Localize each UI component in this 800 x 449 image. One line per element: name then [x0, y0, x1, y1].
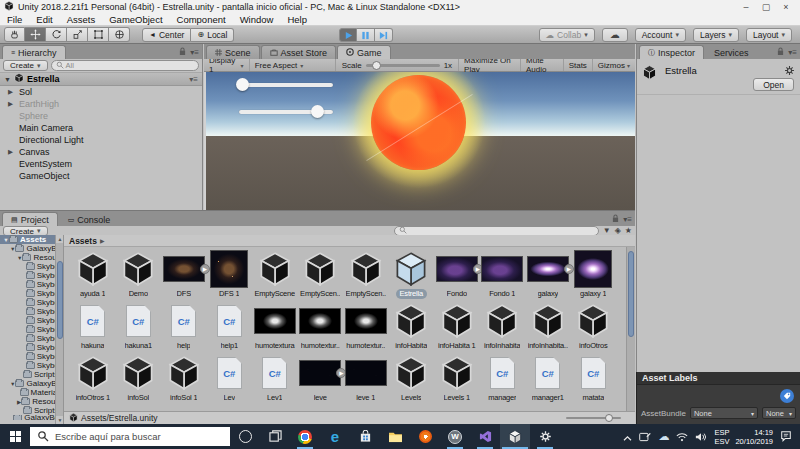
taskbar-app-visual-studio[interactable] [470, 424, 500, 449]
asset-tile-infoinhabita-[interactable]: infoInhabita.. [525, 301, 571, 353]
menu-edit[interactable]: Edit [29, 14, 59, 26]
pause-button[interactable] [357, 28, 375, 42]
transform-tool-button[interactable] [109, 27, 130, 42]
asset-tile-dfs[interactable]: ▶DFS [161, 249, 207, 301]
maximize-button[interactable]: ▢ [756, 0, 776, 14]
tray-chevron-up-icon[interactable] [623, 428, 632, 446]
game-slider-2[interactable] [239, 110, 333, 114]
tree-item-skybox[interactable]: Skybox [0, 271, 63, 280]
scale-tool-button[interactable] [67, 27, 88, 42]
clock-language-block[interactable]: ESP14:19 ESV20/10/2019 [714, 428, 773, 446]
hierarchy-item-sphere[interactable]: Sphere [0, 110, 202, 122]
menu-component[interactable]: Component [170, 14, 233, 26]
tree-item-galaxybox[interactable]: ▼GalaxyBox [0, 244, 63, 253]
asset-tile-demo[interactable]: Demo [116, 249, 162, 301]
tree-item-materials[interactable]: Materials [0, 388, 63, 397]
pivot-center-button[interactable]: ◄Center [142, 28, 191, 42]
asset-tile-humotextura[interactable]: humotextura [252, 301, 298, 353]
tree-item-skybox[interactable]: Skybox [0, 334, 63, 343]
asset-tile-infohabita-1[interactable]: infoHabita 1 [434, 301, 480, 353]
asset-tile-matata[interactable]: C#matata [571, 353, 617, 405]
taskbar-app-settings[interactable] [530, 424, 560, 449]
hierarchy-item-canvas[interactable]: ▶Canvas [0, 146, 202, 158]
asset-tile-humotextur-[interactable]: humotextur.. [343, 301, 389, 353]
asset-tile-emptyscen-[interactable]: EmptyScen.. [298, 249, 344, 301]
thumbnail-size-slider[interactable] [566, 417, 621, 419]
breadcrumb[interactable]: Assets▶ [64, 235, 635, 247]
asset-tile-infootros[interactable]: infoOtros [571, 301, 617, 353]
tablet-pen-icon[interactable] [639, 428, 651, 446]
tree-item-scripts[interactable]: Scripts [0, 406, 63, 415]
tree-item-assets[interactable]: ▼Assets [0, 235, 63, 244]
mute-audio-button[interactable]: Mute Audio [520, 59, 563, 71]
asset-tile-levels-1[interactable]: Levels 1 [434, 353, 480, 405]
asset-tile-infosol-1[interactable]: infoSol 1 [161, 353, 207, 405]
stats-button[interactable]: Stats [563, 59, 592, 71]
tree-item-skybox[interactable]: Skybox [0, 343, 63, 352]
taskbar-app-unity[interactable] [500, 424, 530, 449]
expand-arrow-icon[interactable]: ▶ [8, 148, 13, 156]
scene-menu-icon[interactable]: ▾≡ [189, 75, 198, 84]
taskbar-app-cortana[interactable] [230, 424, 260, 449]
menu-window[interactable]: Window [233, 14, 281, 26]
asset-tile-manager[interactable]: C#manager [480, 353, 526, 405]
asset-tile-emptyscen-[interactable]: EmptyScen.. [343, 249, 389, 301]
asset-tile-infosol[interactable]: infoSol [116, 353, 162, 405]
taskbar-app-file-explorer[interactable] [380, 424, 410, 449]
account-dropdown[interactable]: Account▾ [635, 28, 686, 42]
asset-tile-lev1[interactable]: C#Lev1 [252, 353, 298, 405]
hierarchy-item-eventsystem[interactable]: EventSystem [0, 158, 202, 170]
tree-item-skybox[interactable]: Skybox [0, 280, 63, 289]
slider-2-handle[interactable] [311, 105, 324, 118]
asset-tile-dfs-1[interactable]: DFS 1 [207, 249, 253, 301]
asset-tile-infohabita[interactable]: infoHabita [389, 301, 435, 353]
hierarchy-search-input[interactable]: All [51, 60, 199, 71]
asset-tile-help1[interactable]: C#help1 [207, 301, 253, 353]
expand-arrow-icon[interactable]: ▶ [8, 88, 13, 96]
scroll-down-icon[interactable]: ▼ [56, 416, 64, 424]
asset-tile-estrella[interactable]: Estrella [389, 249, 435, 301]
maximize-on-play-button[interactable]: Maximize On Play [458, 59, 520, 71]
hierarchy-item-earthhigh[interactable]: ▶EarthHigh [0, 98, 202, 110]
hierarchy-item-sol[interactable]: ▶Sol [0, 86, 202, 98]
asset-tile-lev[interactable]: C#Lev [207, 353, 253, 405]
menu-assets[interactable]: Assets [60, 14, 103, 26]
step-button[interactable] [375, 28, 393, 42]
tab-game[interactable]: Game [337, 45, 391, 59]
asset-tile-infoinhabita[interactable]: infoInhabita [480, 301, 526, 353]
tab-project[interactable]: ▤Project [2, 212, 58, 226]
tab-services[interactable]: Services [705, 45, 758, 59]
pivot-local-button[interactable]: ⊕Local [191, 28, 234, 42]
asset-tile-hakuna1[interactable]: C#hakuna1 [116, 301, 162, 353]
rect-tool-button[interactable] [88, 27, 109, 42]
taskbar-app-task-view[interactable] [260, 424, 290, 449]
taskbar-app-w-app[interactable]: W [440, 424, 470, 449]
scene-header-estrella[interactable]: ▼ Estrella ▾≡ [0, 73, 202, 86]
asset-tile-galaxy[interactable]: ▶galaxy [525, 249, 571, 301]
label-tag-icon[interactable] [780, 389, 794, 403]
lock-icon[interactable] [777, 47, 784, 58]
scroll-up-icon[interactable]: ▲ [56, 235, 64, 243]
asset-tile-ayuda-1[interactable]: ayuda 1 [70, 249, 116, 301]
tree-item-resources[interactable]: ▶Resources [0, 397, 63, 406]
tree-item-skybox[interactable]: Skybox [0, 262, 63, 271]
play-button[interactable] [339, 28, 357, 42]
display-dropdown[interactable]: Display 1▾ [204, 59, 250, 71]
layers-dropdown[interactable]: Layers▾ [693, 28, 739, 42]
hierarchy-item-directional-light[interactable]: Directional Light [0, 134, 202, 146]
minimize-button[interactable]: – [736, 0, 756, 14]
asset-tile-leve-1[interactable]: leve 1 [343, 353, 389, 405]
taskbar-app-chrome[interactable] [290, 424, 320, 449]
tree-item-scripts[interactable]: Scripts [0, 370, 63, 379]
expand-arrow-icon[interactable]: ▼ [4, 76, 11, 83]
hierarchy-item-main-camera[interactable]: Main Camera [0, 122, 202, 134]
tab-hierarchy[interactable]: ≡Hierarchy [2, 45, 66, 59]
tree-item-galaxybox[interactable]: ▼GalaxyBox [0, 379, 63, 388]
action-center-icon[interactable] [780, 428, 792, 446]
taskbar-app-edge[interactable]: e [320, 424, 350, 449]
taskbar-search-input[interactable]: Escribe aquí para buscar [30, 427, 230, 446]
tree-item-skybox[interactable]: Skybox [0, 352, 63, 361]
asset-tile-hakuna[interactable]: C#hakuna [70, 301, 116, 353]
menu-file[interactable]: File [0, 14, 29, 26]
tree-scrollbar[interactable]: ▲ ▼ [55, 235, 63, 424]
